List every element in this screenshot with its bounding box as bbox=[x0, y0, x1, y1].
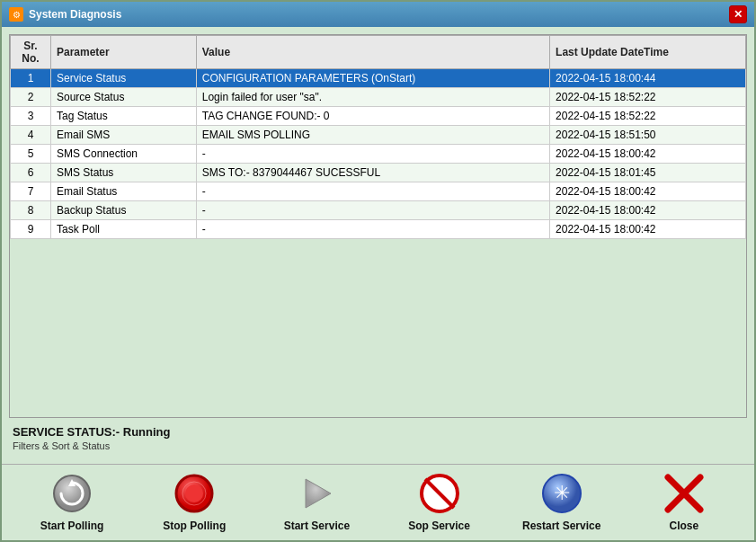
start-polling-button[interactable]: Start Polling bbox=[27, 473, 117, 532]
svg-text:✳: ✳ bbox=[554, 482, 570, 504]
main-window: ⚙ System Diagnosis ✕ Sr.No. Parameter Va… bbox=[0, 0, 756, 542]
cell-value: - bbox=[196, 182, 549, 201]
sop-service-label: Sop Service bbox=[408, 520, 470, 532]
app-icon: ⚙ bbox=[9, 7, 23, 22]
sop-service-button[interactable]: Sop Service bbox=[395, 473, 485, 532]
window-close-button[interactable]: ✕ bbox=[729, 5, 747, 23]
cell-sr: 2 bbox=[11, 88, 51, 107]
table-header-row: Sr.No. Parameter Value Last Update DateT… bbox=[11, 36, 746, 69]
cell-sr: 8 bbox=[11, 201, 51, 220]
title-bar: ⚙ System Diagnosis ✕ bbox=[2, 2, 754, 27]
close-label: Close bbox=[670, 520, 699, 532]
cell-value: TAG CHANGE FOUND:- 0 bbox=[196, 107, 549, 126]
stop-polling-icon bbox=[173, 473, 215, 514]
table-row[interactable]: 8 Backup Status - 2022-04-15 18:00:42 bbox=[11, 201, 746, 220]
table-body: 1 Service Status CONFIGURATION PARAMETER… bbox=[11, 69, 746, 239]
cell-value: Login failed for user "sa". bbox=[196, 88, 549, 107]
start-service-button[interactable]: Start Service bbox=[271, 473, 361, 532]
data-table-container: Sr.No. Parameter Value Last Update DateT… bbox=[9, 34, 747, 418]
close-button[interactable]: Close bbox=[639, 473, 729, 532]
service-status-text: SERVICE STATUS:- Running bbox=[13, 425, 743, 439]
cell-datetime: 2022-04-15 18:00:44 bbox=[550, 69, 746, 88]
cell-parameter: Backup Status bbox=[51, 201, 197, 220]
cell-value: - bbox=[196, 145, 549, 164]
cell-sr: 1 bbox=[11, 69, 51, 88]
table-row[interactable]: 6 SMS Status SMS TO:- 8379044467 SUCESSF… bbox=[11, 164, 746, 182]
svg-point-4 bbox=[185, 484, 203, 502]
cell-datetime: 2022-04-15 18:00:42 bbox=[550, 220, 746, 239]
cell-datetime: 2022-04-15 18:52:22 bbox=[550, 107, 746, 126]
window-title: System Diagnosis bbox=[29, 8, 121, 21]
svg-marker-5 bbox=[306, 479, 331, 508]
stop-polling-label: Stop Polling bbox=[163, 520, 226, 532]
cell-datetime: 2022-04-15 18:00:42 bbox=[550, 201, 746, 220]
cell-sr: 5 bbox=[11, 145, 51, 164]
cell-datetime: 2022-04-15 18:52:22 bbox=[550, 88, 746, 107]
sop-service-icon bbox=[419, 473, 460, 514]
cell-value: EMAIL SMS POLLING bbox=[196, 126, 549, 145]
cell-parameter: Task Poll bbox=[51, 220, 197, 239]
close-icon bbox=[663, 473, 705, 514]
cell-datetime: 2022-04-15 18:51:50 bbox=[550, 126, 746, 145]
col-header-value: Value bbox=[196, 36, 549, 69]
cell-sr: 3 bbox=[11, 107, 51, 126]
cell-datetime: 2022-04-15 18:00:42 bbox=[550, 182, 746, 201]
start-polling-label: Start Polling bbox=[40, 520, 104, 532]
table-row[interactable]: 9 Task Poll - 2022-04-15 18:00:42 bbox=[11, 220, 746, 239]
restart-service-label: Restart Service bbox=[522, 520, 600, 532]
cell-value: CONFIGURATION PARAMETERS (OnStart) bbox=[196, 69, 549, 88]
cell-parameter: Email Status bbox=[51, 182, 197, 201]
cell-datetime: 2022-04-15 18:00:42 bbox=[550, 145, 746, 164]
filter-label: Filters & Sort & Status bbox=[13, 440, 743, 451]
title-bar-left: ⚙ System Diagnosis bbox=[9, 7, 121, 22]
stop-polling-button[interactable]: Stop Polling bbox=[149, 473, 239, 532]
col-header-parameter: Parameter bbox=[51, 36, 197, 69]
cell-datetime: 2022-04-15 18:01:45 bbox=[550, 164, 746, 182]
restart-service-button[interactable]: ✳ Restart Service bbox=[517, 473, 607, 532]
start-service-label: Start Service bbox=[284, 520, 350, 532]
status-bar: SERVICE STATUS:- Running Filters & Sort … bbox=[9, 423, 747, 457]
restart-service-icon: ✳ bbox=[541, 473, 583, 514]
start-service-icon bbox=[296, 473, 337, 514]
diagnosis-table: Sr.No. Parameter Value Last Update DateT… bbox=[10, 35, 746, 239]
cell-parameter: Source Status bbox=[51, 88, 197, 107]
table-row[interactable]: 3 Tag Status TAG CHANGE FOUND:- 0 2022-0… bbox=[11, 107, 746, 126]
content-area: Sr.No. Parameter Value Last Update DateT… bbox=[2, 27, 754, 464]
cell-value: - bbox=[196, 201, 549, 220]
table-row[interactable]: 2 Source Status Login failed for user "s… bbox=[11, 88, 746, 107]
col-header-datetime: Last Update DateTime bbox=[550, 36, 746, 69]
start-polling-icon bbox=[51, 473, 93, 514]
button-bar: Start Polling Stop Polling bbox=[2, 464, 754, 540]
cell-value: SMS TO:- 8379044467 SUCESSFUL bbox=[196, 164, 549, 182]
cell-sr: 9 bbox=[11, 220, 51, 239]
table-row[interactable]: 4 Email SMS EMAIL SMS POLLING 2022-04-15… bbox=[11, 126, 746, 145]
cell-parameter: SMS Connection bbox=[51, 145, 197, 164]
cell-parameter: Email SMS bbox=[51, 126, 197, 145]
cell-parameter: Service Status bbox=[51, 69, 197, 88]
cell-sr: 4 bbox=[11, 126, 51, 145]
col-header-sr: Sr.No. bbox=[11, 36, 51, 69]
table-row[interactable]: 7 Email Status - 2022-04-15 18:00:42 bbox=[11, 182, 746, 201]
cell-sr: 7 bbox=[11, 182, 51, 201]
cell-parameter: SMS Status bbox=[51, 164, 197, 182]
cell-value: - bbox=[196, 220, 549, 239]
cell-parameter: Tag Status bbox=[51, 107, 197, 126]
cell-sr: 6 bbox=[11, 164, 51, 182]
table-row[interactable]: 1 Service Status CONFIGURATION PARAMETER… bbox=[11, 69, 746, 88]
table-row[interactable]: 5 SMS Connection - 2022-04-15 18:00:42 bbox=[11, 145, 746, 164]
